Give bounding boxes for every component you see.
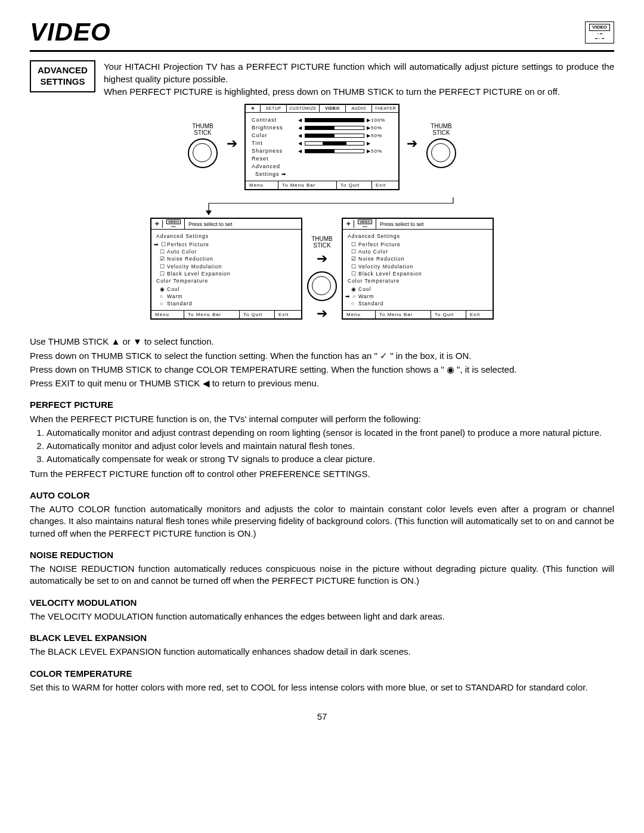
osd-plus-icon: ✢: [246, 105, 261, 112]
option-perfect-picture: ➡ ☐Perfect Picture: [156, 241, 296, 248]
option-velocity-modulation: ☐Velocity Modulation: [348, 263, 488, 270]
option-noise-reduction: ☑Noise Reduction: [156, 255, 296, 262]
option-auto-color: ☐Auto Color: [348, 248, 488, 255]
osd-advanced-left: ✢ VIDEO━━ Press select to set Advanced S…: [150, 218, 302, 319]
section-black-level: BLACK LEVEL EXPANSION The BLACK LEVEL EX…: [30, 632, 614, 658]
page-title: VIDEO: [30, 18, 111, 47]
arrow-right-icon: ➔: [407, 106, 417, 151]
arrow-right-icon: ➔: [317, 306, 327, 321]
option-noise-reduction: ☑Noise Reduction: [348, 255, 488, 262]
list-item: Automatically compensate for weak or str…: [47, 453, 614, 465]
osd-footer: Menu To Menu Bar To Quit Exit: [246, 181, 398, 189]
instruction-press-exit: Press EXIT to quit menu or THUMB STICK ◀…: [30, 377, 614, 389]
manual-page: VIDEO VIDEO ▫ ━━ ▫ ━ ADVANCED SETTINGS Y…: [0, 0, 644, 745]
instructions-block: Use THUMB STICK ▲ or ▼ to select functio…: [30, 336, 614, 389]
diagram-bottom-row: ✢ VIDEO━━ Press select to set Advanced S…: [131, 218, 513, 324]
thumb-stick-icon: [307, 271, 337, 301]
osd-tab-row: ✢ SETUP CUSTOMIZE VIDEO AUDIO THEATER: [246, 105, 398, 113]
osd-plus-icon: ✢: [151, 220, 163, 228]
color-temp-heading: Color Temperature: [156, 277, 296, 284]
thumb-stick-icon: [426, 138, 456, 168]
section-perfect-picture: PERFECT PICTURE When the PERFECT PICTURE…: [30, 399, 614, 480]
divider: [30, 50, 614, 52]
list-item: Automatically monitor and adjust color l…: [47, 440, 614, 452]
intro-text: Your HITACHI Projection TV has a PERFECT…: [104, 60, 614, 98]
temp-cool: ◉Cool: [156, 286, 296, 293]
thumb-stick-center: THUMBSTICK ➔ ➔: [307, 218, 337, 324]
adv-settings-heading: Advanced Settings: [156, 233, 296, 240]
option-velocity-modulation: ☐Velocity Modulation: [156, 263, 296, 270]
temp-cool: ◉Cool: [348, 286, 488, 293]
osd-plus-icon: ✢: [343, 220, 354, 228]
section-noise-reduction: NOISE REDUCTION The NOISE REDUCTION func…: [30, 549, 614, 587]
thumb-stick-right: THUMBSTICK: [425, 104, 458, 171]
osd-main-menu: ✢ SETUP CUSTOMIZE VIDEO AUDIO THEATER Co…: [244, 104, 400, 190]
video-mode-icon: VIDEO ▫ ━━ ▫ ━: [585, 21, 614, 44]
header-row: VIDEO VIDEO ▫ ━━ ▫ ━: [30, 18, 614, 50]
thumb-stick-icon: [188, 138, 218, 168]
page-number: 57: [30, 711, 614, 721]
temp-standard: ○Standard: [348, 300, 488, 307]
connector-line: [131, 197, 513, 215]
section-velocity-modulation: VELOCITY MODULATION The VELOCITY MODULAT…: [30, 597, 614, 623]
osd-body: Contrast◀▶100% Brightness◀▶50% Color◀▶50…: [246, 113, 398, 181]
tab-audio: AUDIO: [346, 105, 372, 112]
advanced-settings-box: ADVANCED SETTINGS: [30, 60, 95, 92]
list-item: Automatically monitor and adjust contras…: [47, 427, 614, 439]
section-auto-color: AUTO COLOR The AUTO COLOR function autom…: [30, 490, 614, 540]
tab-customize: CUSTOMIZE: [287, 105, 320, 112]
thumb-stick-left: THUMBSTICK: [186, 104, 219, 171]
instruction-press-color: Press down on THUMB STICK to change COLO…: [30, 364, 614, 376]
video-tab-mini: VIDEO━━: [163, 219, 185, 229]
option-perfect-picture: ☐Perfect Picture: [348, 241, 488, 248]
option-auto-color: ☐Auto Color: [156, 248, 296, 255]
arrow-right-icon: ➔: [317, 251, 327, 267]
option-black-level: ☐Black Level Expansion: [156, 270, 296, 277]
press-select-label: Press select to set: [185, 220, 301, 228]
temp-standard: ○Standard: [156, 300, 296, 307]
tab-theater: THEATER: [372, 105, 398, 112]
diagram-area: THUMBSTICK ➔ ✢ SETUP CUSTOMIZE VIDEO AUD…: [30, 104, 614, 324]
temp-warm: ○Warm: [156, 293, 296, 300]
tab-video: VIDEO: [320, 105, 346, 112]
press-select-label: Press select to set: [376, 220, 493, 228]
instruction-use-thumb: Use THUMB STICK ▲ or ▼ to select functio…: [30, 336, 614, 348]
option-black-level: ☐Black Level Expansion: [348, 270, 488, 277]
tab-setup: SETUP: [261, 105, 287, 112]
diagram-top-row: THUMBSTICK ➔ ✢ SETUP CUSTOMIZE VIDEO AUD…: [131, 104, 513, 190]
temp-warm: ➡ ○Warm: [348, 293, 488, 300]
osd-advanced-right: ✢ VIDEO━━ Press select to set Advanced S…: [342, 218, 494, 319]
video-tab-mini: VIDEO━━: [354, 219, 376, 229]
intro-row: ADVANCED SETTINGS Your HITACHI Projectio…: [30, 60, 614, 98]
arrow-right-icon: ➔: [227, 106, 237, 151]
section-color-temperature: COLOR TEMPERATURE Set this to WARM for h…: [30, 668, 614, 694]
instruction-press-select: Press down on THUMB STICK to select the …: [30, 350, 614, 362]
